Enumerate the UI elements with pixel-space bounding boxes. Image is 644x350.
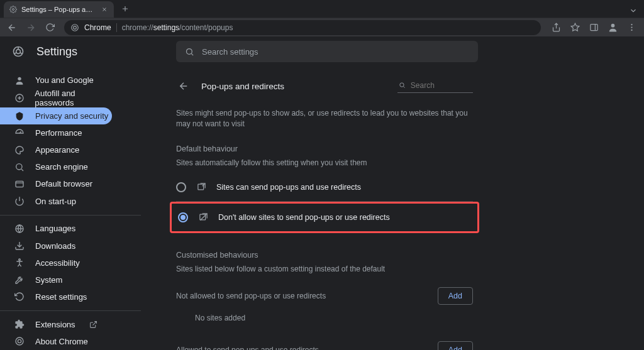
radio-allow-label: Sites can send pop-ups and use redirects — [216, 183, 361, 192]
side-panel-icon[interactable] — [585, 19, 602, 36]
puzzle-icon — [14, 319, 25, 330]
wrench-icon — [14, 274, 25, 285]
reload-button[interactable] — [42, 19, 58, 36]
chrome-icon — [14, 336, 25, 347]
forward-button[interactable] — [23, 19, 39, 36]
default-behaviour-sub: Sites automatically follow this setting … — [176, 158, 473, 167]
svg-line-14 — [14, 53, 17, 54]
sidebar-item-default-browser[interactable]: Default browser — [0, 175, 113, 192]
palette-icon — [14, 145, 25, 156]
sidebar-divider — [0, 215, 141, 216]
svg-point-18 — [18, 77, 21, 80]
autofill-icon — [14, 92, 25, 104]
url-text: chrome://settings/content/popups — [122, 23, 233, 32]
tab-title: Settings – Pop-ups and redirects — [21, 6, 96, 13]
content-panel: Pop-ups and redirects Sites might send p… — [176, 67, 473, 350]
svg-line-22 — [21, 169, 23, 171]
content-description: Sites might send pop-ups to show ads, or… — [176, 108, 473, 129]
content-search-field[interactable] — [397, 80, 473, 93]
svg-point-9 — [631, 26, 632, 28]
svg-rect-36 — [199, 214, 205, 220]
svg-point-0 — [13, 9, 14, 11]
svg-point-12 — [16, 50, 21, 54]
browser-toolbar: Chrome chrome://settings/content/popups — [0, 18, 644, 36]
power-icon — [14, 195, 25, 207]
settings-page: Settings Search settings You and Google … — [0, 36, 644, 350]
sidebar-item-downloads[interactable]: Downloads — [0, 238, 113, 254]
content-title: Pop-ups and redirects — [201, 82, 284, 91]
not-allowed-label: Not allowed to send pop-ups or use redir… — [176, 292, 326, 300]
globe-icon — [14, 223, 25, 234]
accessibility-icon — [14, 257, 25, 268]
bookmark-icon[interactable] — [566, 19, 584, 36]
radio-unselected-icon — [176, 182, 186, 192]
sidebar-item-performance[interactable]: Performance — [0, 124, 113, 141]
add-allowed-button[interactable]: Add — [438, 341, 473, 350]
radio-allow-popups[interactable]: Sites can send pop-ups and use redirects — [176, 173, 473, 201]
overflow-menu-icon[interactable] — [623, 19, 640, 36]
search-icon — [399, 81, 406, 89]
sidebar-divider — [0, 310, 141, 311]
svg-line-30 — [92, 321, 96, 325]
svg-line-15 — [20, 53, 23, 54]
profile-avatar[interactable] — [604, 19, 621, 36]
browser-tab-strip: Settings – Pop-ups and redirects — [0, 0, 644, 18]
popup-allow-icon — [196, 182, 206, 192]
content-search-input[interactable] — [411, 81, 470, 90]
default-behaviour-label: Default behaviour — [176, 145, 473, 153]
radio-block-label: Don't allow sites to send pop-ups or use… — [218, 213, 390, 222]
svg-point-29 — [19, 259, 21, 261]
svg-point-7 — [611, 24, 614, 28]
radio-block-popups[interactable]: Don't allow sites to send pop-ups or use… — [178, 204, 471, 231]
sidebar-item-extensions[interactable]: Extensions — [0, 316, 113, 333]
back-button[interactable] — [4, 19, 20, 36]
svg-marker-4 — [571, 23, 579, 31]
search-icon — [14, 161, 25, 173]
svg-point-33 — [400, 83, 404, 87]
customised-sub: Sites listed below follow a custom setti… — [176, 265, 473, 273]
sidebar-item-appearance[interactable]: Appearance — [0, 141, 113, 158]
add-not-allowed-button[interactable]: Add — [438, 287, 473, 305]
settings-header: Settings Search settings — [0, 36, 644, 67]
reset-icon — [14, 291, 25, 302]
search-settings-placeholder: Search settings — [202, 47, 258, 57]
svg-line-34 — [404, 87, 405, 88]
new-tab-button[interactable] — [118, 1, 133, 16]
url-chip: Chrome — [84, 23, 117, 32]
radio-selected-icon — [178, 212, 188, 222]
sidebar-item-autofill[interactable]: Autofill and passwords — [0, 89, 113, 107]
site-info-icon[interactable] — [70, 23, 79, 32]
tab-close-icon[interactable] — [100, 5, 109, 14]
share-icon[interactable] — [547, 19, 565, 36]
svg-line-17 — [191, 53, 193, 55]
shield-icon — [14, 111, 25, 122]
search-settings-field[interactable]: Search settings — [176, 41, 478, 62]
no-sites-not-allowed: No sites added — [195, 314, 473, 322]
svg-rect-5 — [590, 25, 597, 31]
svg-point-31 — [16, 337, 23, 345]
sidebar-item-privacy[interactable]: Privacy and security — [0, 107, 112, 124]
sidebar-item-on-startup[interactable]: On start-up — [0, 192, 113, 209]
svg-point-32 — [18, 340, 21, 343]
sidebar-item-reset[interactable]: Reset settings — [0, 288, 113, 305]
browser-tab[interactable]: Settings – Pop-ups and redirects — [4, 1, 114, 18]
customised-label: Customised behaviours — [176, 251, 473, 260]
external-link-icon — [89, 320, 97, 329]
speedometer-icon — [14, 128, 25, 139]
sidebar-item-languages[interactable]: Languages — [0, 220, 113, 237]
sidebar-item-you-and-google[interactable]: You and Google — [0, 72, 113, 89]
address-bar[interactable]: Chrome chrome://settings/content/popups — [64, 20, 541, 35]
tab-list-button[interactable] — [629, 6, 638, 15]
sidebar-item-about[interactable]: About Chrome — [0, 333, 113, 350]
svg-point-10 — [631, 30, 632, 31]
highlighted-selection: Don't allow sites to send pop-ups or use… — [170, 202, 479, 233]
person-icon — [14, 75, 25, 86]
svg-point-16 — [187, 48, 192, 54]
sidebar-item-accessibility[interactable]: Accessibility — [0, 254, 113, 271]
sidebar-item-system[interactable]: System — [0, 271, 113, 288]
svg-point-8 — [631, 24, 632, 25]
svg-rect-35 — [197, 184, 203, 190]
sidebar-item-search-engine[interactable]: Search engine — [0, 158, 113, 175]
content-back-button[interactable] — [177, 80, 190, 92]
tab-favicon-gear-icon — [9, 5, 18, 14]
